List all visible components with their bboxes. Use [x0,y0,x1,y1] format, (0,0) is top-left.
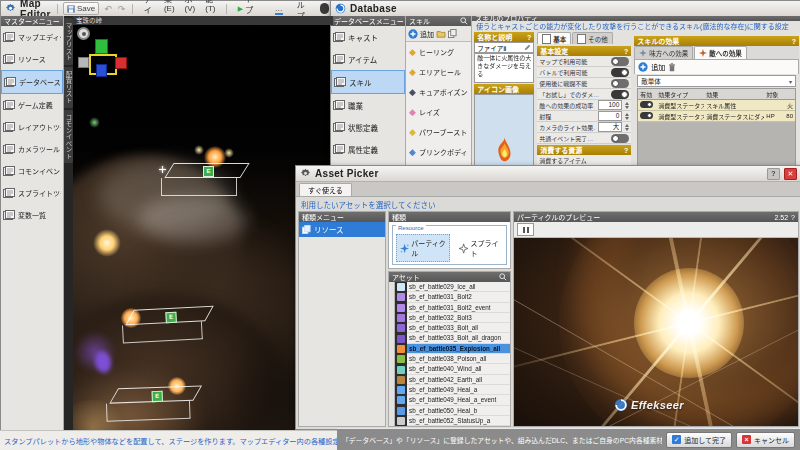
confirm-add-button[interactable]: ✓ 追加して完了 [666,432,732,448]
tab-ally-effects[interactable]: 味方への効果 [634,46,693,59]
setting-row: バトルで利用可能 [537,67,631,78]
database-menu-item-label: アイテム [348,54,377,65]
undo-button[interactable]: ↶ [103,4,113,14]
event-box[interactable]: E [169,163,245,196]
asset-list-item[interactable]: sb_ef_battle050_Heal_b [389,406,510,416]
gizmo-z-handle[interactable] [78,57,89,68]
effect-target-dropdown[interactable]: 敵単体 ▾ [637,75,796,87]
add-effect-button[interactable] [638,62,648,72]
copy-icon[interactable] [448,29,457,38]
event-box[interactable]: E [129,306,211,343]
tab-basic[interactable]: 基本 [537,32,571,44]
screen: Map Editor Save ↶ ↷ ファイル(F)編集(E)表示(V)機能(… [0,0,800,450]
map-side-tab[interactable]: 配置リスト [64,67,73,108]
clipped-toolbar-button[interactable] [320,3,329,14]
skill-list-item[interactable]: ◆レイズ [406,102,471,122]
sidebar-item[interactable]: マップエディター [1,26,63,48]
toggle-switch[interactable] [640,101,653,108]
database-menu-item[interactable]: 職業 [331,94,405,116]
skill-list-item[interactable]: ◆パワーブースト [406,122,471,142]
setting-value[interactable]: 大 [598,122,622,132]
transform-gizmo[interactable] [81,37,127,79]
preview-help[interactable]: ? [791,214,795,221]
option-particle[interactable]: パーティクル [396,234,450,262]
toggle-switch[interactable] [640,112,653,119]
database-menu-item[interactable]: 属性定義 [331,138,405,160]
effect-row[interactable]: 消費型ステータススキル属性火 [638,100,795,111]
more-menu[interactable]: … [270,3,288,14]
asset-list-item[interactable]: sb_ef_battle042_Earth_all [389,375,510,385]
setting-value[interactable]: 0 [598,111,622,121]
trash-icon[interactable] [668,63,676,72]
save-button[interactable]: Save [63,2,99,15]
map-side-tab[interactable]: マップリスト [64,18,73,65]
toggle-switch[interactable] [611,68,629,77]
sidebar-item[interactable]: リソース [1,48,63,70]
sidebar-item[interactable]: スプライトツール [1,182,63,204]
asset-list-item[interactable]: sb_ef_battle032_Bolt3 [389,313,510,323]
tab-enemy-effects[interactable]: 敵への効果 [694,46,747,59]
asset-list-item[interactable]: sb_ef_battle049_Heal_a [389,385,510,395]
event-box[interactable]: E [113,386,198,422]
skill-description-field[interactable]: 敵一体に火属性の大きなダメージを与える [474,53,534,83]
gizmo-center-handle[interactable] [96,64,107,77]
menu-item-resource[interactable]: リソース [299,222,385,237]
database-menu-item[interactable]: スキル [331,70,405,94]
asset-list-item[interactable]: sb_ef_battle033_Bolt_all_dragon [389,333,510,343]
skill-list-item[interactable]: ◆ブリンクボディ [406,142,471,162]
toggle-switch[interactable] [611,79,629,88]
tab-other[interactable]: その他 [572,32,613,44]
spinner-icon[interactable] [625,113,629,120]
folder-icon[interactable] [436,30,446,38]
skill-name-field[interactable]: ファイアⅡ [474,42,534,53]
close-icon[interactable]: ✕ [784,168,797,180]
start-point-icon[interactable] [77,27,90,40]
asset-list-item[interactable]: sb_ef_battle031_Bolt2 [389,292,510,302]
preview-viewport[interactable]: Effekseer [514,238,798,426]
effect-row[interactable]: 消費型ステータス消費ステータスにダメージHP80 [638,111,795,122]
toggle-switch[interactable] [611,90,629,99]
asset-list-item[interactable]: sb_ef_battle038_Poison_all [389,354,510,364]
toggle-switch[interactable] [611,134,629,143]
database-menu-item-label: スキル [349,77,372,88]
asset-list-item[interactable]: sb_ef_battle029_Ice_all [389,282,510,292]
map-side-tab[interactable]: コモンイベント [64,110,73,164]
gizmo-y-handle[interactable] [95,39,108,54]
asset-panel-header: アセット [389,272,510,282]
asset-list-item[interactable]: sb_ef_battle040_Wind_all [389,364,510,374]
spinner-icon[interactable] [625,124,629,131]
sidebar-item[interactable]: 変数一覧 [1,204,63,226]
sidebar-item[interactable]: カメラツール [1,138,63,160]
sidebar-item[interactable]: データベース [1,70,63,94]
tab-ready-to-use[interactable]: すぐ使える [299,183,352,196]
add-skill-button[interactable] [408,29,418,39]
search-icon[interactable] [460,17,468,25]
setting-value[interactable]: 100 [598,100,622,110]
sidebar-item[interactable]: コモンイベント [1,160,63,182]
asset-list-item[interactable]: sb_ef_battle035_Explosion_all [389,344,510,354]
skill-icon-preview[interactable] [474,94,534,166]
asset-list-item[interactable]: sb_ef_battle033_Bolt_all [389,323,510,333]
database-menu-item[interactable]: 状態定義 [331,116,405,138]
redo-button[interactable]: ↷ [117,4,127,14]
toggle-switch[interactable] [611,57,629,66]
option-sprite[interactable]: スプライト [456,235,503,261]
skill-list-item[interactable]: ◆キュアポイズン [406,82,471,102]
cancel-button[interactable]: × キャンセル [736,432,795,448]
help-button[interactable]: ? [767,168,780,180]
skill-list-item[interactable]: ◆ヒーリング [406,42,471,62]
sidebar-item[interactable]: ゲーム定義 [1,94,63,116]
asset-list-item[interactable]: sb_ef_battle049_Heal_a_event [389,395,510,405]
map-viewport[interactable]: 宝珠の峠 [73,16,333,433]
pause-button[interactable] [517,223,534,236]
skill-list-item[interactable]: ◆エリアヒール [406,62,471,82]
asset-list-item[interactable]: sb_ef_battle031_Bolt2_event [389,303,510,313]
gizmo-x-handle[interactable] [115,57,127,69]
edit-pencil-icon[interactable] [524,44,531,51]
database-menu-item[interactable]: アイテム [331,48,405,70]
sidebar-item[interactable]: レイアウトツール [1,116,63,138]
database-menu-item[interactable]: キャスト [331,26,405,48]
search-icon[interactable] [499,273,507,281]
spinner-icon[interactable] [625,102,629,109]
asset-list-item[interactable]: sb_ef_battle052_StatusUp_a [389,416,510,426]
